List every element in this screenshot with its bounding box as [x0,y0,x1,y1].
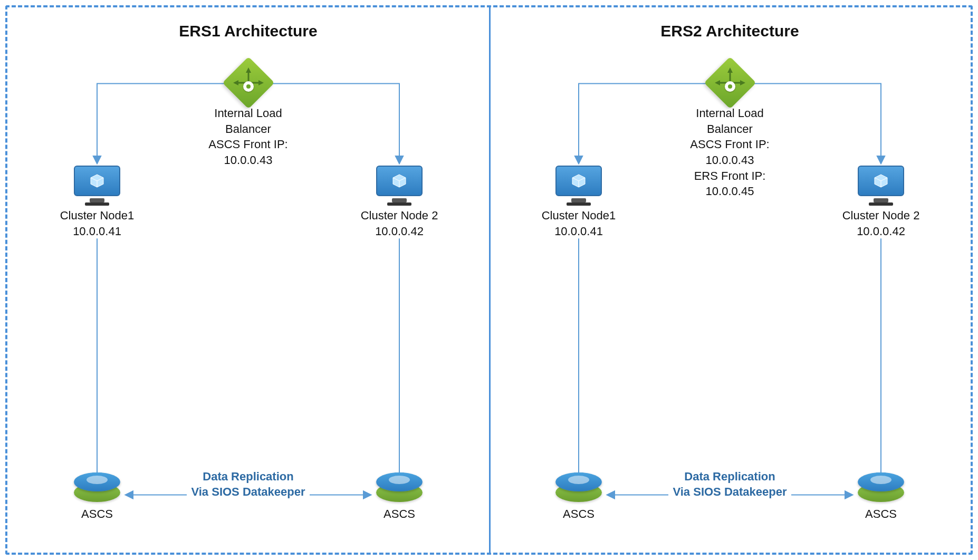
vm-icon [555,166,602,202]
load-balancer-label: Internal Load Balancer ASCS Front IP: 10… [208,105,287,168]
ers1-panel: ERS1 Architecture [7,7,489,553]
load-balancer-icon [230,64,267,101]
ers2-panel: ERS2 Architecture [489,7,971,553]
disk-icon [376,470,423,502]
disk-node-1: ASCS [526,470,631,521]
node-label: Cluster Node1 10.0.0.41 [44,208,150,239]
disk-icon [555,470,602,502]
vm-icon [376,166,423,202]
cluster-node-1: Cluster Node1 10.0.0.41 [44,166,150,239]
panel-title: ERS1 Architecture [7,22,489,40]
disk-icon [74,470,120,502]
cluster-node-2: Cluster Node 2 10.0.0.42 [828,166,934,239]
load-balancer-icon [712,64,749,101]
panel-title: ERS2 Architecture [489,22,971,40]
cluster-node-2: Cluster Node 2 10.0.0.42 [347,166,452,239]
replication-label: Data Replication Via SIOS Datakeeper [191,469,305,500]
disk-node-2: ASCS [347,470,452,521]
disk-node-2: ASCS [828,470,934,521]
node-label: Cluster Node1 10.0.0.41 [526,208,631,239]
node-label: Cluster Node 2 10.0.0.42 [347,208,452,239]
vm-icon [74,166,120,202]
vm-icon [858,166,904,202]
node-label: Cluster Node 2 10.0.0.42 [828,208,934,239]
disk-icon [858,470,904,502]
replication-label: Data Replication Via SIOS Datakeeper [673,469,787,500]
disk-node-1: ASCS [44,470,150,521]
diagram-outer: ERS1 Architecture [5,5,973,555]
load-balancer-label: Internal Load Balancer ASCS Front IP: 10… [690,105,769,199]
cluster-node-1: Cluster Node1 10.0.0.41 [526,166,631,239]
